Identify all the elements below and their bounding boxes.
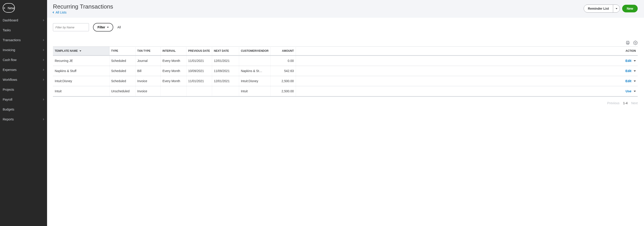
sidebar-item-dashboard[interactable]: Dashboard [0, 15, 47, 25]
toolbar: Filter All [53, 23, 638, 32]
cell-action: Edit [296, 76, 638, 86]
sidebar-item-label: Cash flow [3, 58, 16, 62]
pager: Previous 1-4 Next [53, 101, 638, 105]
table-top-actions [53, 40, 638, 45]
caret-down-icon [616, 8, 618, 9]
sidebar: + New DashboardTasksTransactionsInvoicin… [0, 0, 47, 226]
sidebar-item-label: Transactions [3, 38, 21, 42]
sidebar-item-budgets[interactable]: Budgets [0, 104, 47, 114]
cell-template-name: Recurring JE [53, 56, 109, 66]
sort-caret-icon [80, 50, 81, 52]
header-bar: Recurring Transactions All Lists Reminde… [47, 0, 644, 18]
sidebar-item-label: Dashboard [3, 18, 18, 22]
cell-previous-date: 10/09/2021 [186, 66, 212, 76]
sidebar-item-tasks[interactable]: Tasks [0, 25, 47, 35]
row-action-edit-button[interactable]: Edit [626, 59, 636, 62]
col-header-txn[interactable]: TXN TYPE [135, 46, 160, 56]
col-header-interval[interactable]: INTERVAL [160, 46, 186, 56]
caret-down-icon [634, 80, 636, 82]
cell-previous-date: 11/01/2021 [186, 56, 212, 66]
cell-type: Unscheduled [109, 86, 135, 96]
chevron-right-icon [42, 39, 44, 41]
cell-interval: Every Month [160, 76, 186, 86]
caret-down-icon [107, 27, 109, 28]
svg-point-3 [635, 42, 636, 44]
sidebar-item-reports[interactable]: Reports [0, 114, 47, 124]
page-title: Recurring Transactions [53, 3, 113, 10]
table-row: Intuit:DisneyScheduledInvoiceEvery Month… [53, 76, 638, 86]
sidebar-new-button[interactable]: + New [3, 3, 15, 12]
cell-next-date: 12/01/2021 [212, 56, 239, 66]
cell-template-name: Intuit [53, 86, 109, 96]
chevron-right-icon [42, 59, 44, 61]
cell-txn-type: Invoice [135, 76, 160, 86]
col-header-next[interactable]: NEXT DATE [212, 46, 239, 56]
row-action-edit-button[interactable]: Edit [626, 69, 636, 73]
new-button[interactable]: New [622, 5, 638, 12]
chevron-right-icon [42, 118, 44, 120]
table-row: Napkins & StuffScheduledBillEvery Month1… [53, 66, 638, 76]
pager-next[interactable]: Next [631, 101, 638, 105]
sidebar-item-cash-flow[interactable]: Cash flow [0, 55, 47, 65]
cell-next-date [212, 86, 239, 96]
filter-button-label: Filter [98, 26, 105, 29]
table-row: IntuitUnscheduledInvoiceIntuit2,500.00Us… [53, 86, 638, 96]
cell-customer-vendor: Napkins & St… [239, 66, 270, 76]
chevron-right-icon [42, 79, 44, 80]
cell-template-name: Intuit:Disney [53, 76, 109, 86]
cell-txn-type: Journal [135, 56, 160, 66]
name-filter-input[interactable] [53, 23, 89, 31]
row-action-use-button[interactable]: Use [626, 89, 636, 93]
sidebar-item-label: Workflows [3, 78, 17, 82]
cell-amount: 542.63 [270, 66, 296, 76]
pager-range: 1-4 [623, 101, 628, 105]
header-actions: Reminder List New [584, 4, 638, 12]
cell-customer-vendor [239, 56, 270, 66]
pager-previous[interactable]: Previous [607, 101, 620, 105]
row-action-label: Edit [626, 59, 632, 62]
sidebar-new-label: New [8, 6, 14, 10]
filter-button[interactable]: Filter [93, 23, 113, 32]
row-action-edit-button[interactable]: Edit [626, 79, 636, 83]
reminder-list-caret-button[interactable] [613, 5, 620, 12]
sidebar-item-label: Budgets [3, 108, 14, 111]
cell-interval [160, 86, 186, 96]
sidebar-item-invoicing[interactable]: Invoicing [0, 45, 47, 55]
sidebar-item-label: Expenses [3, 68, 16, 72]
chevron-right-icon [42, 49, 44, 51]
caret-down-icon [634, 91, 636, 92]
cell-txn-type: Invoice [135, 86, 160, 96]
cell-amount: 2,500.00 [270, 76, 296, 86]
reminder-list-button[interactable]: Reminder List [584, 5, 613, 12]
cell-customer-vendor: Intuit [239, 86, 270, 96]
sidebar-nav: DashboardTasksTransactionsInvoicingCash … [0, 15, 47, 124]
print-icon[interactable] [626, 40, 630, 45]
col-header-name[interactable]: TEMPLATE NAME [53, 46, 109, 56]
cell-template-name: Napkins & Stuff [53, 66, 109, 76]
sidebar-item-payroll[interactable]: Payroll [0, 94, 47, 104]
cell-action: Edit [296, 56, 638, 66]
sidebar-item-label: Reports [3, 118, 14, 121]
chevron-left-icon [53, 12, 54, 13]
cell-interval: Every Month [160, 66, 186, 76]
sidebar-item-label: Payroll [3, 98, 12, 101]
sidebar-item-expenses[interactable]: Expenses [0, 65, 47, 75]
row-action-label: Edit [626, 69, 632, 73]
sidebar-item-transactions[interactable]: Transactions [0, 35, 47, 45]
cell-amount: 2,500.00 [270, 86, 296, 96]
sidebar-item-projects[interactable]: Projects [0, 85, 47, 94]
col-header-cust[interactable]: CUSTOMER/VENDOR [239, 46, 270, 56]
sidebar-item-workflows[interactable]: Workflows [0, 75, 47, 85]
back-all-lists-link[interactable]: All Lists [53, 10, 66, 14]
col-header-amount[interactable]: AMOUNT [270, 46, 296, 56]
col-header-prev[interactable]: PREVIOUS DATE [186, 46, 212, 56]
chevron-right-icon [42, 98, 44, 100]
row-action-label: Edit [626, 79, 632, 83]
cell-previous-date: 11/01/2021 [186, 76, 212, 86]
cell-next-date: 11/09/2021 [212, 66, 239, 76]
recurring-transactions-table: TEMPLATE NAME TYPE TXN TYPE INTERVAL PRE… [53, 46, 638, 97]
filter-scope-label: All [117, 26, 121, 29]
cell-type: Scheduled [109, 66, 135, 76]
gear-icon[interactable] [633, 40, 638, 45]
col-header-type[interactable]: TYPE [109, 46, 135, 56]
